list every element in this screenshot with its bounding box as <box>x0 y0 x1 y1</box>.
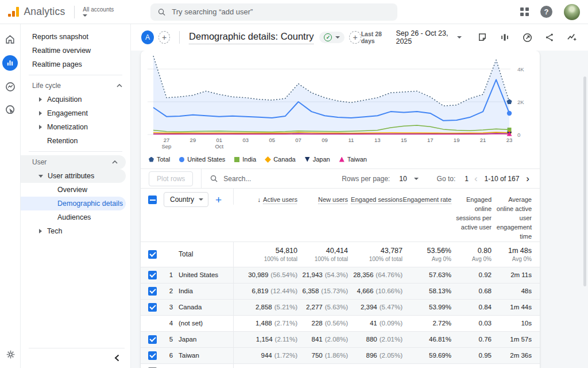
column-header-active-users[interactable]: ↓Active users <box>233 189 297 205</box>
add-comparison-button[interactable]: + <box>349 31 361 44</box>
chevron-up-icon <box>117 84 122 87</box>
x-axis-label: 07 <box>295 137 301 143</box>
explore-icon[interactable] <box>3 80 17 94</box>
chevron-down-icon[interactable] <box>414 178 419 180</box>
share-icon[interactable] <box>544 32 555 43</box>
dimension-select[interactable]: Country <box>164 192 208 207</box>
analytics-logo[interactable]: Analytics <box>0 6 65 18</box>
data-table: Country+↓Active usersNew usersEngaged se… <box>141 189 540 368</box>
row-checkbox[interactable] <box>148 351 157 360</box>
sidebar-item-reports-snapshot[interactable]: Reports snapshot <box>21 30 130 44</box>
account-switcher[interactable]: All accounts <box>83 7 114 17</box>
rows-per-page-value[interactable]: 10 <box>399 175 407 183</box>
pace-icon[interactable] <box>521 32 533 43</box>
collapse-sidebar-button[interactable] <box>111 352 122 363</box>
sidebar-section-user[interactable]: User <box>21 155 126 169</box>
row-checkbox[interactable] <box>148 271 157 279</box>
page-title[interactable]: Demographic details: Country <box>189 31 314 44</box>
vertical-scrollbar[interactable] <box>583 76 586 286</box>
sidebar-item-user-attributes[interactable]: User attributes <box>21 169 126 183</box>
notes-icon[interactable] <box>477 32 488 43</box>
row-checkbox[interactable] <box>148 250 157 259</box>
column-header-engagement-rate[interactable]: Engagement rate <box>403 189 451 205</box>
table-row[interactable]: 6Taiwan944(1.72%)750(1.86%)896(2.05%)59.… <box>141 348 540 364</box>
global-search[interactable] <box>150 3 397 21</box>
table-row[interactable]: 4(not set)1,488(2.71%)228(0.56%)41(0.09%… <box>141 316 540 332</box>
reports-icon[interactable] <box>2 55 18 71</box>
sort-descending-icon: ↓ <box>258 195 261 205</box>
column-header-new-users[interactable]: New users <box>297 189 348 205</box>
metric-cell: 30,989(56.54%) <box>233 267 297 283</box>
date-range[interactable]: Sep 26 - Oct 23, 2025 <box>396 29 452 45</box>
help-icon[interactable]: ? <box>540 6 552 18</box>
table-search-input[interactable] <box>223 175 315 183</box>
home-icon[interactable] <box>3 32 17 46</box>
controls-divider <box>201 169 202 188</box>
comparison-icon[interactable] <box>499 32 510 43</box>
search-input[interactable] <box>172 7 390 16</box>
metric-cell: 28,356(64.76%) <box>348 267 403 283</box>
row-rank: 5 <box>164 332 179 347</box>
sidebar-section-life-cycle[interactable]: Life cycle <box>21 79 130 93</box>
row-checkbox[interactable] <box>148 335 157 344</box>
column-header-average-online-active-user-eng[interactable]: Average online active user engagement ti… <box>492 189 540 241</box>
sidebar-item-overview[interactable]: Overview <box>21 183 130 197</box>
total-label: Total <box>179 242 233 267</box>
table-row[interactable]: 7Singapore884(1.61%)574(1.42%)673(1.54%)… <box>141 364 540 368</box>
row-country: India <box>179 283 233 299</box>
row-checkbox[interactable] <box>148 195 157 204</box>
metric-cell: 21,943(54.3%) <box>297 267 348 283</box>
prev-page-icon[interactable]: ‹ <box>472 174 480 183</box>
sidebar-item-acquisition[interactable]: Acquisition <box>21 93 130 106</box>
sidebar-item-realtime-overview[interactable]: Realtime overview <box>21 44 130 57</box>
sidebar-item-realtime-pages[interactable]: Realtime pages <box>21 57 130 71</box>
table-row[interactable]: 3Canada2,858(5.21%)2,277(5.63%)2,394(5.4… <box>141 300 540 316</box>
sidebar-item-monetization[interactable]: Monetization <box>21 120 130 134</box>
goto-value[interactable]: 1 <box>465 175 469 183</box>
legend-item-taiwan[interactable]: Taiwan <box>339 156 367 163</box>
user-avatar[interactable] <box>564 4 580 20</box>
sidebar-item-engagement[interactable]: Engagement <box>21 106 130 120</box>
google-apps-icon[interactable] <box>520 7 529 16</box>
sidebar-item-tech[interactable]: Tech <box>21 224 130 238</box>
search-icon <box>210 174 218 183</box>
x-axis-label: 23 <box>506 137 513 143</box>
advertising-icon[interactable] <box>3 103 17 117</box>
legend-item-total[interactable]: Total <box>149 156 170 163</box>
legend-item-united-states[interactable]: United States <box>179 156 225 163</box>
settings-icon[interactable] <box>3 347 17 361</box>
insights-icon[interactable] <box>566 32 578 43</box>
svg-text:Oct: Oct <box>215 143 223 150</box>
arrow-down-icon <box>38 175 43 178</box>
report-content: 02K4K27Sep2901Oct0305070911131517192123 … <box>131 51 588 368</box>
timeseries-chart: 02K4K27Sep2901Oct0305070911131517192123 <box>141 54 540 153</box>
add-report-button[interactable]: + <box>158 31 170 44</box>
legend-item-japan[interactable]: Japan <box>305 156 330 163</box>
add-dimension-button[interactable]: + <box>215 194 222 205</box>
legend-item-canada[interactable]: Canada <box>265 156 296 163</box>
sidebar-item-demographic-details[interactable]: Demographic details <box>21 197 126 210</box>
table-search[interactable] <box>210 174 342 183</box>
plot-rows-button[interactable]: Plot rows <box>149 171 193 186</box>
metric-cell: 0.03 <box>451 316 492 331</box>
row-checkbox[interactable] <box>148 287 157 296</box>
metric-cell: 2,858(5.21%) <box>233 300 297 315</box>
column-header-engaged-online-sessions-per-ac[interactable]: Engaged online sessions per active user <box>451 189 492 232</box>
metric-cell: 0.92 <box>451 267 492 283</box>
column-header-engaged-sessions[interactable]: Engaged sessions <box>348 189 403 205</box>
chevron-down-icon[interactable] <box>457 36 462 39</box>
sidebar-item-retention[interactable]: Retention <box>21 134 130 148</box>
sidebar-item-audiences[interactable]: Audiences <box>21 210 130 224</box>
table-row[interactable]: 5Japan1,154(2.11%)841(2.08%)880(2.01%)46… <box>141 332 540 348</box>
total-metric-cell: 43,787100% of total <box>348 242 403 267</box>
legend-marker-icon <box>265 156 271 163</box>
line-chart-canvas[interactable]: 02K4K27Sep2901Oct0305070911131517192123 <box>148 54 533 151</box>
row-checkbox[interactable] <box>148 303 157 312</box>
rows-per-page-label: Rows per page: <box>342 175 390 183</box>
report-avatar[interactable]: A <box>141 30 154 44</box>
legend-item-india[interactable]: India <box>234 156 256 163</box>
report-status-pill[interactable]: ✓ <box>319 32 345 43</box>
table-row[interactable]: 1United States30,989(56.54%)21,943(54.3%… <box>141 267 540 283</box>
table-row[interactable]: 2India6,819(12.44%)6,358(15.73%)4,666(10… <box>141 283 540 300</box>
next-page-icon[interactable]: › <box>524 174 532 183</box>
